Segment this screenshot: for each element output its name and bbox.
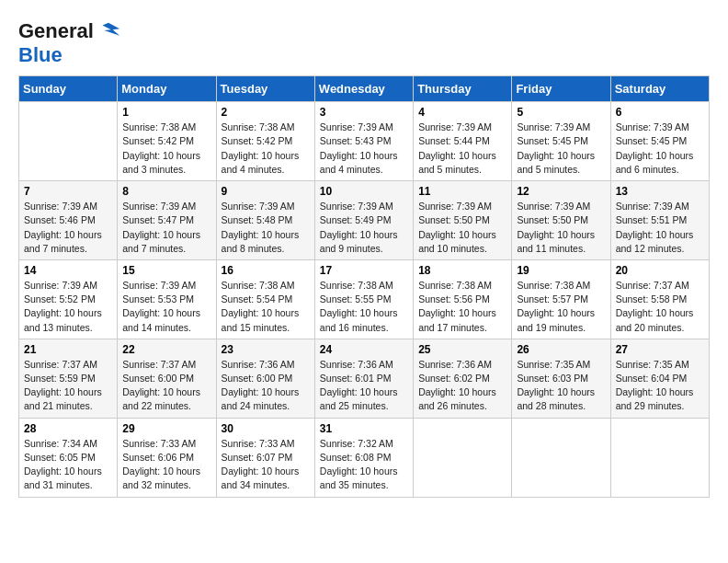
day-info: Sunrise: 7:39 AM Sunset: 5:50 PM Dayligh… (418, 200, 506, 256)
day-number: 24 (320, 343, 408, 356)
day-info: Sunrise: 7:39 AM Sunset: 5:48 PM Dayligh… (222, 200, 310, 256)
day-info: Sunrise: 7:35 AM Sunset: 6:04 PM Dayligh… (616, 358, 704, 414)
day-number: 4 (418, 106, 506, 119)
day-info: Sunrise: 7:35 AM Sunset: 6:03 PM Dayligh… (517, 358, 605, 414)
col-header-thursday: Thursday (414, 76, 512, 102)
day-info: Sunrise: 7:39 AM Sunset: 5:52 PM Dayligh… (24, 279, 112, 335)
day-number: 3 (320, 106, 408, 119)
day-info: Sunrise: 7:39 AM Sunset: 5:51 PM Dayligh… (616, 200, 704, 256)
calendar-week-row: 28Sunrise: 7:34 AM Sunset: 6:05 PM Dayli… (19, 418, 710, 497)
calendar-cell: 20Sunrise: 7:37 AM Sunset: 5:58 PM Dayli… (610, 259, 709, 339)
calendar-cell (414, 418, 512, 497)
day-info: Sunrise: 7:37 AM Sunset: 5:59 PM Dayligh… (24, 358, 112, 414)
day-info: Sunrise: 7:39 AM Sunset: 5:45 PM Dayligh… (616, 121, 704, 177)
calendar-cell: 30Sunrise: 7:33 AM Sunset: 6:07 PM Dayli… (216, 418, 314, 497)
day-number: 26 (517, 343, 605, 356)
day-number: 2 (222, 106, 310, 119)
day-number: 9 (222, 185, 310, 198)
day-number: 22 (122, 343, 210, 356)
day-number: 10 (320, 185, 408, 198)
day-number: 30 (222, 422, 310, 435)
day-info: Sunrise: 7:39 AM Sunset: 5:45 PM Dayligh… (517, 121, 605, 177)
col-header-tuesday: Tuesday (216, 76, 314, 102)
calendar-cell: 25Sunrise: 7:36 AM Sunset: 6:02 PM Dayli… (414, 339, 512, 418)
col-header-monday: Monday (118, 76, 216, 102)
day-number: 7 (24, 185, 112, 198)
day-number: 31 (320, 422, 408, 435)
day-info: Sunrise: 7:39 AM Sunset: 5:47 PM Dayligh… (122, 200, 210, 256)
logo-bird-icon (96, 18, 121, 44)
calendar-cell: 3Sunrise: 7:39 AM Sunset: 5:43 PM Daylig… (314, 102, 413, 181)
day-info: Sunrise: 7:39 AM Sunset: 5:53 PM Dayligh… (122, 279, 210, 335)
calendar-cell: 16Sunrise: 7:38 AM Sunset: 5:54 PM Dayli… (216, 259, 314, 339)
calendar-cell: 21Sunrise: 7:37 AM Sunset: 5:59 PM Dayli… (19, 339, 118, 418)
col-header-sunday: Sunday (19, 76, 118, 102)
day-info: Sunrise: 7:36 AM Sunset: 6:02 PM Dayligh… (418, 358, 506, 414)
calendar-header-row: SundayMondayTuesdayWednesdayThursdayFrid… (19, 76, 710, 102)
calendar-cell: 5Sunrise: 7:39 AM Sunset: 5:45 PM Daylig… (512, 102, 610, 181)
day-number: 17 (320, 264, 408, 277)
day-info: Sunrise: 7:39 AM Sunset: 5:46 PM Dayligh… (24, 200, 112, 256)
svg-marker-0 (102, 23, 119, 36)
day-info: Sunrise: 7:36 AM Sunset: 6:00 PM Dayligh… (222, 358, 310, 414)
logo: General Blue (18, 18, 121, 66)
calendar-cell (512, 418, 610, 497)
day-info: Sunrise: 7:36 AM Sunset: 6:01 PM Dayligh… (320, 358, 408, 414)
calendar-week-row: 7Sunrise: 7:39 AM Sunset: 5:46 PM Daylig… (19, 181, 710, 260)
day-info: Sunrise: 7:37 AM Sunset: 6:00 PM Dayligh… (122, 358, 210, 414)
day-info: Sunrise: 7:38 AM Sunset: 5:56 PM Dayligh… (418, 279, 506, 335)
calendar-week-row: 21Sunrise: 7:37 AM Sunset: 5:59 PM Dayli… (19, 339, 710, 418)
col-header-friday: Friday (512, 76, 610, 102)
day-number: 12 (517, 185, 605, 198)
day-number: 15 (122, 264, 210, 277)
day-number: 25 (418, 343, 506, 356)
calendar-cell: 9Sunrise: 7:39 AM Sunset: 5:48 PM Daylig… (216, 181, 314, 260)
calendar-cell: 10Sunrise: 7:39 AM Sunset: 5:49 PM Dayli… (314, 181, 413, 260)
day-number: 11 (418, 185, 506, 198)
day-number: 28 (24, 422, 112, 435)
logo-general: General (18, 19, 94, 42)
day-number: 27 (616, 343, 704, 356)
col-header-saturday: Saturday (610, 76, 709, 102)
day-info: Sunrise: 7:34 AM Sunset: 6:05 PM Dayligh… (24, 437, 112, 493)
calendar-cell: 14Sunrise: 7:39 AM Sunset: 5:52 PM Dayli… (19, 259, 118, 339)
day-info: Sunrise: 7:38 AM Sunset: 5:57 PM Dayligh… (517, 279, 605, 335)
calendar-cell: 22Sunrise: 7:37 AM Sunset: 6:00 PM Dayli… (118, 339, 216, 418)
calendar-cell (19, 102, 118, 181)
calendar-table: SundayMondayTuesdayWednesdayThursdayFrid… (18, 75, 710, 497)
day-info: Sunrise: 7:39 AM Sunset: 5:49 PM Dayligh… (320, 200, 408, 256)
calendar-cell: 31Sunrise: 7:32 AM Sunset: 6:08 PM Dayli… (314, 418, 413, 497)
day-info: Sunrise: 7:38 AM Sunset: 5:54 PM Dayligh… (222, 279, 310, 335)
calendar-cell (610, 418, 709, 497)
day-info: Sunrise: 7:33 AM Sunset: 6:06 PM Dayligh… (122, 437, 210, 493)
calendar-cell: 27Sunrise: 7:35 AM Sunset: 6:04 PM Dayli… (610, 339, 709, 418)
calendar-week-row: 14Sunrise: 7:39 AM Sunset: 5:52 PM Dayli… (19, 259, 710, 339)
day-info: Sunrise: 7:38 AM Sunset: 5:42 PM Dayligh… (222, 121, 310, 177)
calendar-cell: 18Sunrise: 7:38 AM Sunset: 5:56 PM Dayli… (414, 259, 512, 339)
day-number: 19 (517, 264, 605, 277)
day-info: Sunrise: 7:39 AM Sunset: 5:50 PM Dayligh… (517, 200, 605, 256)
col-header-wednesday: Wednesday (314, 76, 413, 102)
day-info: Sunrise: 7:33 AM Sunset: 6:07 PM Dayligh… (222, 437, 310, 493)
logo-blue-text: Blue (18, 44, 121, 66)
calendar-cell: 1Sunrise: 7:38 AM Sunset: 5:42 PM Daylig… (118, 102, 216, 181)
calendar-week-row: 1Sunrise: 7:38 AM Sunset: 5:42 PM Daylig… (19, 102, 710, 181)
day-number: 1 (122, 106, 210, 119)
calendar-cell: 12Sunrise: 7:39 AM Sunset: 5:50 PM Dayli… (512, 181, 610, 260)
day-info: Sunrise: 7:37 AM Sunset: 5:58 PM Dayligh… (616, 279, 704, 335)
calendar-cell: 11Sunrise: 7:39 AM Sunset: 5:50 PM Dayli… (414, 181, 512, 260)
day-number: 14 (24, 264, 112, 277)
day-number: 21 (24, 343, 112, 356)
day-number: 6 (616, 106, 704, 119)
calendar-cell: 8Sunrise: 7:39 AM Sunset: 5:47 PM Daylig… (118, 181, 216, 260)
day-number: 29 (122, 422, 210, 435)
day-number: 8 (122, 185, 210, 198)
calendar-cell: 13Sunrise: 7:39 AM Sunset: 5:51 PM Dayli… (610, 181, 709, 260)
calendar-cell: 4Sunrise: 7:39 AM Sunset: 5:44 PM Daylig… (414, 102, 512, 181)
calendar-cell: 26Sunrise: 7:35 AM Sunset: 6:03 PM Dayli… (512, 339, 610, 418)
day-number: 18 (418, 264, 506, 277)
calendar-cell: 29Sunrise: 7:33 AM Sunset: 6:06 PM Dayli… (118, 418, 216, 497)
calendar-cell: 19Sunrise: 7:38 AM Sunset: 5:57 PM Dayli… (512, 259, 610, 339)
calendar-cell: 24Sunrise: 7:36 AM Sunset: 6:01 PM Dayli… (314, 339, 413, 418)
calendar-cell: 6Sunrise: 7:39 AM Sunset: 5:45 PM Daylig… (610, 102, 709, 181)
